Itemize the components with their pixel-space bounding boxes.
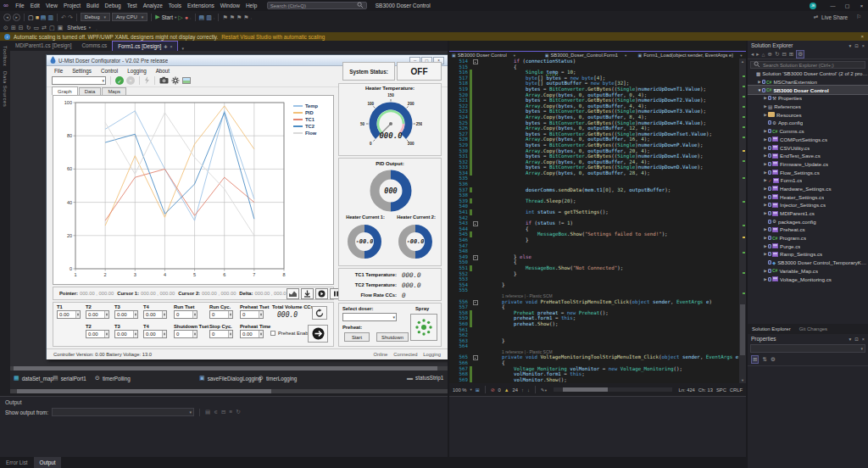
tree-item[interactable]: ▶C#Variable_Map.cs (748, 267, 868, 276)
play-button[interactable] (315, 288, 328, 299)
preheat-enable-checkbox[interactable]: Preheat Enable (270, 331, 312, 336)
categorized-icon[interactable]: ⊞ (751, 355, 759, 364)
numeric-stop-cyc-2[interactable]: 0 (209, 330, 233, 338)
redo-icon[interactable]: ↷ (68, 14, 73, 21)
se-collapse-icon[interactable]: ⊟ (782, 51, 786, 58)
tree-item[interactable]: ▶Preheat.cs (748, 226, 868, 234)
save-icon[interactable]: ▤ (41, 14, 47, 21)
fit-icon[interactable]: ⊞ (476, 387, 480, 393)
global-search-box[interactable]: Search (Ctrl+Q) (267, 2, 367, 9)
tree-item[interactable]: ▶Flow_Settings.cs (748, 168, 868, 176)
tray-component-timerPolling[interactable]: ⊙timerPolling (95, 375, 131, 382)
panel-close-icon[interactable]: × (862, 337, 865, 342)
side-tab-toolbox[interactable]: Toolbox (3, 46, 8, 66)
form-menu-logging[interactable]: Logging (127, 68, 146, 74)
bottom-tab-error-list[interactable]: Error List (0, 457, 34, 468)
menu-tools[interactable]: Tools (165, 3, 184, 8)
nav-backward-icon[interactable]: ◂ (3, 14, 11, 21)
tree-item[interactable]: ▶Voltage_Monitoring.cs (748, 275, 868, 283)
solution-search-box[interactable]: Search Solution Explorer (Ctrl+;) (750, 61, 865, 69)
live-share-icon[interactable]: ⇄ (814, 14, 818, 20)
eol-indicator[interactable]: CRLF (730, 387, 743, 393)
tree-item[interactable]: ▶Firmware_Update.cs (748, 160, 868, 169)
com-port-combobox[interactable] (52, 76, 106, 85)
sync-icon[interactable]: ↻ (26, 24, 31, 31)
numeric-preheat-tset[interactable]: 0 (240, 310, 264, 319)
breadcrumb-segment[interactable]: ▣SB3000_Doser_Control.Form1▾ (542, 53, 636, 58)
tree-item[interactable]: ▩Solution 'SB3000 Doser Control' (2 of 2… (748, 70, 868, 78)
column-indicator[interactable]: Ch: 13 (698, 387, 713, 393)
disconnect-button[interactable]: × (126, 76, 135, 85)
tray-component-saveFileDialogLogging[interactable]: ▣saveFileDialogLogging (199, 375, 261, 382)
form-tab-graph[interactable]: Graph (52, 86, 78, 95)
code-area[interactable]: 514if (connectionStatus)515{516Single te… (449, 58, 739, 383)
bookmark-1-icon[interactable]: ⚑ (222, 14, 227, 21)
tree-item[interactable]: ▶Resources (748, 110, 868, 119)
se-back-icon[interactable]: ◂ (751, 51, 754, 58)
flash-icon[interactable] (144, 76, 150, 86)
refresh-settings-button[interactable] (312, 306, 327, 320)
solution-config-dropdown[interactable]: Debug▾ (81, 13, 110, 21)
tray-component-dataSet_map[interactable]: ▦dataSet_map (14, 375, 53, 382)
undo-icon[interactable]: ↶ (61, 14, 66, 21)
hierarchy-icon[interactable]: ⊟ (19, 24, 24, 31)
menu-debug[interactable]: Debug (102, 3, 124, 8)
line-chart[interactable]: 12345678020406080100 (53, 96, 333, 284)
nav-forward-icon[interactable]: ▸ (13, 14, 20, 21)
se-showall-icon[interactable]: ⊞ (789, 51, 793, 58)
tree-item[interactable]: ▶C#MSChartExtension (748, 78, 868, 86)
menu-project[interactable]: Project (60, 3, 83, 8)
se-properties-icon[interactable]: ⚙ (796, 50, 804, 58)
numeric-shutdown-tset2[interactable]: 0 (174, 330, 198, 338)
tree-item[interactable]: ▶▤References (748, 103, 868, 111)
settings-gear-icon[interactable] (171, 76, 180, 86)
breadcrumb-segment[interactable]: ▣SB3000 Doser Control▾ (449, 53, 542, 58)
tree-item[interactable]: ▶EndTest_Save.cs (748, 152, 868, 160)
pin-icon[interactable]: ⊡ (854, 337, 859, 342)
tree-item[interactable]: ◆SB3000 Doser Control_TemporaryKey.pfx (748, 259, 868, 267)
form-menu-about[interactable]: About (156, 68, 170, 74)
tray-component-statusStrip1[interactable]: ▬statusStrip1 (407, 375, 443, 381)
maximize-button[interactable]: ▢ (841, 1, 854, 11)
output-source-combobox[interactable] (52, 408, 194, 416)
zoom-level[interactable]: 100 % (453, 387, 466, 393)
camera-snapshot-icon[interactable] (159, 76, 169, 85)
menu-test[interactable]: Test (124, 3, 140, 8)
close-button[interactable]: × (855, 1, 868, 11)
live-share-label[interactable]: Live Share (821, 14, 848, 20)
compare-icon[interactable]: ⇄ (42, 24, 47, 31)
menu-file[interactable]: File (13, 3, 27, 8)
restart-link[interactable]: Restart Visual Studio with automatic sca… (221, 34, 325, 40)
tree-item[interactable]: ▶⚒Properties (748, 94, 868, 103)
form-menu-settings[interactable]: Settings (72, 68, 92, 74)
property-pages-icon[interactable]: ⚙ (771, 356, 776, 363)
tree-item[interactable]: ▶Ramp_Settings.cs (748, 250, 868, 259)
tree-item[interactable]: ▶Heater_Settings.cs (748, 192, 868, 201)
output-collapse-icon[interactable]: ⊟ (221, 409, 225, 415)
se-tab-solution-explorer[interactable]: Solution Explorer (748, 324, 795, 334)
numeric-t2[interactable]: 0.00 (86, 310, 109, 319)
tree-item[interactable]: ▶Hardware_Settings.cs (748, 185, 868, 193)
numeric-run-tset[interactable]: 0 (174, 310, 198, 319)
tree-item[interactable]: ⚙App.config (748, 119, 868, 127)
panel-close-icon[interactable]: × (862, 43, 865, 48)
alphabetical-icon[interactable]: ⇅ (762, 356, 766, 363)
side-tab-data-sources[interactable]: Data Sources (3, 71, 8, 107)
form-menu-control[interactable]: Control (101, 68, 118, 74)
chart-export-button[interactable] (287, 288, 299, 299)
menu-extensions[interactable]: Extensions (184, 3, 217, 8)
menu-edit[interactable]: Edit (27, 3, 42, 8)
se-sync-icon[interactable]: ↻ (775, 51, 779, 58)
preheat-shutdown-button[interactable]: Shutdown (376, 332, 409, 342)
save-all-icon[interactable]: ▥ (47, 14, 53, 21)
send-settings-button[interactable] (308, 325, 328, 343)
display-icon[interactable]: ▭ (34, 24, 40, 31)
image-export-icon[interactable] (182, 77, 191, 84)
se-newfilter-icon[interactable]: ⊕ (767, 51, 771, 58)
spray-button[interactable] (410, 314, 437, 341)
tray-component-timerLogging[interactable]: ⊙timerLogging (259, 375, 297, 382)
edit-mode-icon[interactable]: ✎▾ (541, 387, 547, 393)
profiler-icon[interactable]: ▤ (199, 14, 205, 21)
doc-tab[interactable]: MDIParent1.cs [Design] (10, 41, 77, 51)
dock-menu-icon[interactable]: ▾ (849, 43, 851, 48)
